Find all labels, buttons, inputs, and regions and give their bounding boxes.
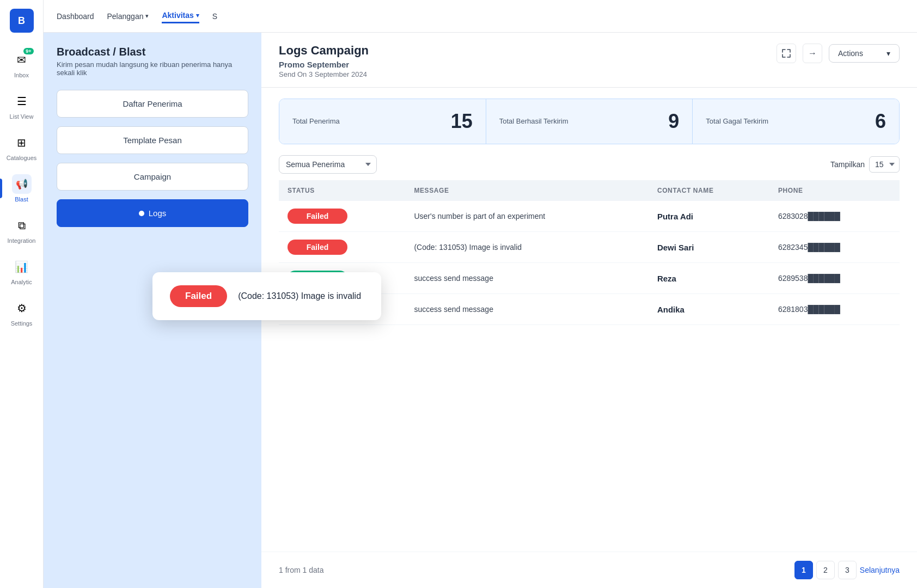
status-cell: Failed — [279, 201, 405, 232]
contact-cell: Putra Adi — [649, 201, 769, 232]
panel-senddate: Send On 3 September 2024 — [279, 70, 369, 78]
panel-header-left: Logs Campaign Promo September Send On 3 … — [279, 44, 369, 78]
expand-button[interactable] — [777, 44, 796, 63]
sidebar-item-listview[interactable]: ☰ List View — [0, 87, 43, 124]
tooltip-popup: Failed (Code: 131053) Image is invalid — [152, 272, 381, 320]
contact-cell: Reza — [649, 263, 769, 294]
status-badge: Failed — [288, 240, 347, 255]
status-badge: Failed — [288, 209, 347, 224]
stat-label: Total Gagal Terkirim — [706, 117, 768, 126]
status-cell: Failed — [279, 232, 405, 263]
panel-header-right: → Actions ▾ — [777, 44, 900, 63]
page-2-button[interactable]: 2 — [816, 561, 835, 579]
daftar-penerima-button[interactable]: Daftar Penerima — [57, 90, 248, 118]
pagination-row: 1 from 1 data 1 2 3 Selanjutnya — [261, 552, 917, 588]
topnav-dashboard[interactable]: Dashboard — [57, 10, 94, 23]
sidebar-item-inbox[interactable]: ✉ 9+ Inbox — [0, 46, 43, 83]
sidebar-item-label: Inbox — [14, 72, 29, 78]
pagination-buttons: 1 2 3 Selanjutnya — [794, 561, 900, 579]
tampilkan-row: Tampilkan 15 25 50 — [830, 156, 900, 173]
sidebar-item-label: List View — [10, 113, 34, 120]
sidebar-item-settings[interactable]: ⚙ Settings — [0, 294, 43, 331]
col-contact: CONTACT NAME — [649, 180, 769, 201]
sidebar-item-blast[interactable]: 📢 Blast — [0, 170, 43, 207]
topnav-pelanggan[interactable]: Pelanggan ▾ — [107, 10, 149, 23]
tooltip-message: (Code: 131053) Image is invalid — [238, 291, 361, 301]
campaign-button[interactable]: Campaign — [57, 163, 248, 191]
integration-icon: ⧉ — [12, 216, 32, 235]
topnav: Dashboard Pelanggan ▾ Aktivitas ▾ S — [44, 0, 917, 33]
col-message: MESSAGE — [405, 180, 649, 201]
table-row: Failed (Code: 131053) Image is invalid D… — [279, 232, 900, 263]
topnav-aktivitas[interactable]: Aktivitas ▾ — [162, 9, 199, 23]
message-cell: User's number is part of an experiment — [405, 201, 649, 232]
sidebar-item-integration[interactable]: ⧉ Integration — [0, 211, 43, 248]
chevron-down-icon: ▾ — [196, 12, 199, 19]
chevron-down-icon: ▾ — [145, 13, 149, 20]
contact-cell: Andika — [649, 294, 769, 325]
stat-label: Total Penerima — [292, 117, 340, 126]
stat-total-gagal: Total Gagal Terkirim 6 — [693, 99, 899, 144]
table-row: Failed User's number is part of an exper… — [279, 201, 900, 232]
table-header-row: STATUS MESSAGE CONTACT NAME PHONE — [279, 180, 900, 201]
inbox-icon: ✉ 9+ — [12, 50, 32, 70]
app-logo: B — [10, 9, 34, 33]
sidebar-item-label: Blast — [15, 196, 28, 203]
phone-cell: 6289538██████ — [769, 263, 900, 294]
stat-total-penerima: Total Penerima 15 — [279, 99, 486, 144]
arrow-right-button[interactable]: → — [803, 44, 822, 63]
left-panel-title: Broadcast / Blast — [57, 46, 248, 58]
message-cell: (Code: 131053) Image is invalid — [405, 232, 649, 263]
stat-label: Total Berhasil Terkirim — [499, 117, 568, 126]
phone-cell: 6281803██████ — [769, 294, 900, 325]
filter-row: Semua Penerima Berhasil Gagal Tampilkan … — [261, 155, 917, 174]
col-status: STATUS — [279, 180, 405, 201]
page-1-button[interactable]: 1 — [794, 561, 813, 579]
col-phone: PHONE — [769, 180, 900, 201]
stat-value: 6 — [875, 110, 886, 133]
active-dot — [139, 211, 144, 216]
phone-cell: 6283028██████ — [769, 201, 900, 232]
blast-icon: 📢 — [12, 174, 32, 194]
left-panel-desc: Kirim pesan mudah langsung ke ribuan pen… — [57, 60, 248, 77]
sidebar-item-analytic[interactable]: 📊 Analytic — [0, 253, 43, 290]
sidebar-item-label: Analytic — [11, 279, 32, 285]
listview-icon: ☰ — [12, 91, 32, 111]
stat-value: 15 — [451, 110, 473, 133]
tampilkan-select[interactable]: 15 25 50 — [869, 156, 900, 173]
settings-icon: ⚙ — [12, 298, 32, 318]
actions-button[interactable]: Actions ▾ — [829, 44, 900, 63]
topnav-s[interactable]: S — [212, 10, 217, 23]
pagination-info: 1 from 1 data — [279, 566, 324, 574]
analytic-icon: 📊 — [12, 257, 32, 277]
tampilkan-label: Tampilkan — [830, 160, 865, 169]
sidebar-item-label: Catalogues — [7, 155, 37, 161]
panel-header: Logs Campaign Promo September Send On 3 … — [261, 33, 917, 88]
sidebar-item-label: Settings — [11, 320, 33, 327]
inbox-badge: 9+ — [23, 48, 33, 54]
page-3-button[interactable]: 3 — [838, 561, 857, 579]
phone-cell: 6282345██████ — [769, 232, 900, 263]
stat-value: 9 — [668, 110, 679, 133]
sidebar-icons: B ✉ 9+ Inbox ☰ List View ⊞ Catalogues 📢 … — [0, 0, 44, 588]
contact-cell: Dewi Sari — [649, 232, 769, 263]
table-wrap: STATUS MESSAGE CONTACT NAME PHONE Failed… — [261, 180, 917, 552]
stats-row: Total Penerima 15 Total Berhasil Terkiri… — [279, 99, 900, 144]
message-cell: success send message — [405, 294, 649, 325]
catalogues-icon: ⊞ — [12, 133, 32, 152]
tooltip-status-badge: Failed — [170, 285, 227, 307]
chevron-down-icon: ▾ — [887, 49, 890, 58]
sidebar-item-label: Integration — [8, 237, 36, 244]
template-pesan-button[interactable]: Template Pesan — [57, 126, 248, 154]
message-cell: success send message — [405, 263, 649, 294]
semua-penerima-filter[interactable]: Semua Penerima Berhasil Gagal — [279, 155, 377, 174]
stat-total-berhasil: Total Berhasil Terkirim 9 — [486, 99, 693, 144]
next-page-button[interactable]: Selanjutnya — [860, 566, 900, 574]
sidebar-item-catalogues[interactable]: ⊞ Catalogues — [0, 128, 43, 166]
panel-title: Logs Campaign — [279, 44, 369, 58]
logs-button[interactable]: Logs — [57, 199, 248, 227]
panel-subtitle: Promo September — [279, 60, 369, 69]
